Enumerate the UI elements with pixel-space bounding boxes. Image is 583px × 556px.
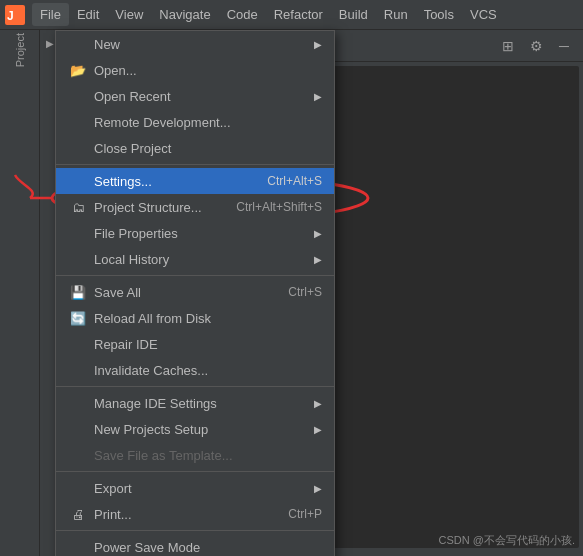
menu-item-open-recent[interactable]: Open Recent ▶ [56,83,334,109]
open-icon: 📂 [68,63,88,78]
menu-item-invalidate-caches[interactable]: Invalidate Caches... [56,357,334,383]
menubar-navigate[interactable]: Navigate [151,3,218,26]
menu-item-new-projects-setup[interactable]: New Projects Setup ▶ [56,416,334,442]
menu-item-open[interactable]: 📂 Open... [56,57,334,83]
sidebar-left: Project [0,30,40,556]
open-recent-arrow-icon: ▶ [314,91,322,102]
project-structure-icon: 🗂 [68,200,88,215]
local-history-arrow-icon: ▶ [314,254,322,265]
export-arrow-icon: ▶ [314,483,322,494]
menubar-tools[interactable]: Tools [416,3,462,26]
menu-item-repair-ide[interactable]: Repair IDE [56,331,334,357]
print-icon: 🖨 [68,507,88,522]
reload-icon: 🔄 [68,311,88,326]
menu-item-save-all[interactable]: 💾 Save All Ctrl+S [56,279,334,305]
menubar-view[interactable]: View [107,3,151,26]
minimize-button[interactable]: ─ [553,35,575,57]
separator-2 [56,275,334,276]
separator-5 [56,530,334,531]
save-all-icon: 💾 [68,285,88,300]
app-logo: J [4,4,26,26]
layout-button[interactable]: ⊞ [497,35,519,57]
menubar-build[interactable]: Build [331,3,376,26]
menu-item-print[interactable]: 🖨 Print... Ctrl+P [56,501,334,527]
menu-item-remote-development[interactable]: Remote Development... [56,109,334,135]
menu-item-manage-ide[interactable]: Manage IDE Settings ▶ [56,390,334,416]
menu-item-new[interactable]: New ▶ [56,31,334,57]
menubar-code[interactable]: Code [219,3,266,26]
file-dropdown-menu: New ▶ 📂 Open... Open Recent ▶ Remote Dev… [55,30,335,556]
separator-4 [56,471,334,472]
project-icon[interactable]: Project [4,34,36,66]
menu-item-project-structure[interactable]: 🗂 Project Structure... Ctrl+Alt+Shift+S [56,194,334,220]
file-properties-arrow-icon: ▶ [314,228,322,239]
menu-item-export[interactable]: Export ▶ [56,475,334,501]
menubar-vcs[interactable]: VCS [462,3,505,26]
new-projects-setup-arrow-icon: ▶ [314,424,322,435]
settings-button[interactable]: ⚙ [525,35,547,57]
menubar: J File Edit View Navigate Code Refactor … [0,0,583,30]
menubar-refactor[interactable]: Refactor [266,3,331,26]
separator-3 [56,386,334,387]
menu-item-reload[interactable]: 🔄 Reload All from Disk [56,305,334,331]
menubar-edit[interactable]: Edit [69,3,107,26]
separator-1 [56,164,334,165]
menu-item-power-save[interactable]: Power Save Mode [56,534,334,556]
manage-ide-arrow-icon: ▶ [314,398,322,409]
menu-item-save-as-template: Save File as Template... [56,442,334,468]
new-arrow-icon: ▶ [314,39,322,50]
menu-item-close-project[interactable]: Close Project [56,135,334,161]
menu-item-settings[interactable]: Settings... Ctrl+Alt+S [56,168,334,194]
menubar-run[interactable]: Run [376,3,416,26]
menu-item-file-properties[interactable]: File Properties ▶ [56,220,334,246]
watermark: CSDN @不会写代码的小孩. [439,533,575,548]
menubar-file[interactable]: File [32,3,69,26]
svg-text:J: J [7,9,14,23]
menu-item-local-history[interactable]: Local History ▶ [56,246,334,272]
